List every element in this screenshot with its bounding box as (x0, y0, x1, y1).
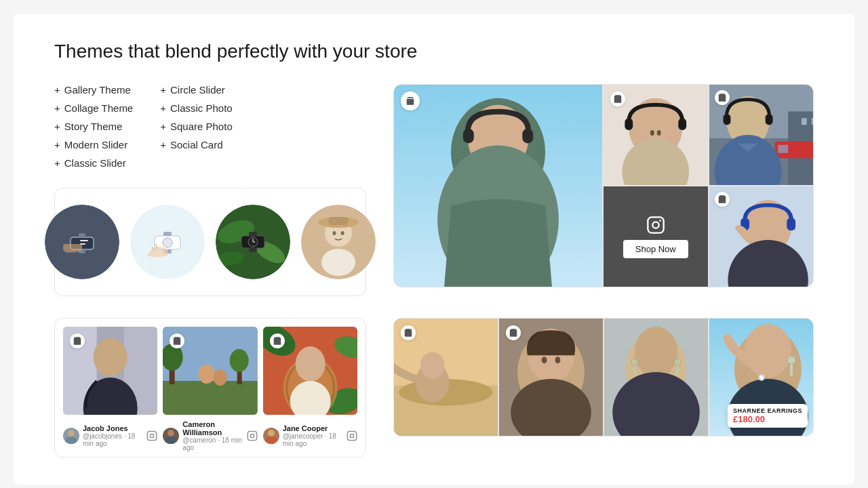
product-badge: SHARNEE EARRINGS £180.00 (728, 404, 808, 428)
ig-icon-2 (247, 430, 258, 441)
avatar-jacob (63, 428, 79, 444)
theme-item-classic-slider: + Classic Slider (54, 157, 133, 169)
circle-img-4 (301, 205, 376, 279)
svg-point-91 (165, 436, 177, 444)
classic-cell-4: SHARNEE EARRINGS £180.00 (709, 319, 813, 436)
svg-rect-33 (463, 129, 474, 144)
svg-point-90 (167, 430, 174, 436)
page-heading: Themes that blend perfectly with your st… (54, 41, 814, 62)
circle-img-3 (216, 205, 290, 279)
dot-indicator (758, 374, 765, 381)
svg-point-123 (787, 356, 795, 364)
cart-icon-s2 (172, 336, 182, 346)
svg-rect-87 (148, 431, 157, 440)
svg-rect-34 (522, 129, 533, 144)
svg-point-86 (65, 436, 77, 444)
theme-item-circle-slider: + Circle Slider (160, 84, 233, 96)
story-item-1 (63, 327, 157, 415)
svg-point-56 (652, 222, 658, 228)
svg-rect-50 (778, 145, 788, 153)
cart-badge-story-3 (270, 333, 285, 348)
circle-preview-card (54, 188, 366, 296)
svg-point-115 (631, 359, 638, 365)
classic-photo-preview: SHARNEE EARRINGS £180.00 (393, 318, 814, 436)
top-section: + Gallery Theme + Collage Theme + Story … (54, 84, 814, 296)
svg-rect-40 (678, 118, 686, 130)
svg-point-41 (650, 130, 654, 136)
svg-rect-97 (347, 431, 356, 440)
themes-list: + Gallery Theme + Collage Theme + Story … (54, 84, 366, 296)
story-footer-3: Jane Cooper @janecooper · 18 min ago (263, 420, 357, 451)
svg-point-117 (674, 359, 681, 365)
svg-point-29 (341, 231, 344, 235)
story-item-2 (163, 327, 257, 415)
cart-badge-classic-2 (506, 325, 521, 340)
svg-point-95 (268, 430, 275, 436)
theme-item-classic-photo: + Classic Photo (160, 102, 233, 114)
svg-rect-4 (80, 240, 88, 241)
cart-icon-s3 (273, 336, 282, 346)
cart-icon-2 (717, 93, 727, 102)
svg-point-105 (420, 352, 445, 379)
svg-rect-118 (676, 365, 679, 375)
classic-cell-1 (394, 319, 498, 436)
svg-point-98 (350, 434, 353, 437)
story-info-1: Jacob Jones @jacobjones · 18 min ago (83, 424, 143, 447)
avatar-cameron (163, 428, 179, 444)
classic-cell-2 (499, 319, 603, 436)
svg-point-114 (635, 327, 677, 378)
svg-point-88 (151, 434, 154, 437)
svg-point-66 (94, 338, 127, 376)
cart-icon-3 (717, 195, 727, 204)
product-name: SHARNEE EARRINGS (733, 407, 802, 414)
svg-rect-55 (648, 217, 663, 232)
gallery-shop-now[interactable]: Shop Now (604, 186, 708, 287)
svg-point-75 (199, 365, 215, 384)
story-handle-2: @cameron · 18 min ago (182, 436, 243, 451)
gallery-cell-3 (709, 186, 814, 287)
svg-rect-47 (801, 118, 806, 125)
svg-point-122 (745, 324, 791, 378)
svg-rect-52 (723, 114, 730, 125)
theme-col-left: + Gallery Theme + Collage Theme + Story … (54, 84, 133, 169)
svg-point-83 (295, 346, 325, 382)
theme-col-right: + Circle Slider + Classic Photo + Square… (160, 84, 233, 169)
svg-rect-92 (248, 431, 256, 440)
story-images-row (63, 327, 357, 415)
svg-point-94 (254, 433, 255, 434)
svg-point-109 (542, 357, 547, 363)
gallery-cell-1 (604, 85, 708, 185)
cart-badge-classic-1 (401, 325, 416, 340)
cart-icon-c1 (403, 328, 413, 338)
shop-now-button[interactable]: Shop Now (623, 240, 688, 258)
cart-badge-story-1 (70, 333, 85, 348)
circle-img-2 (130, 205, 205, 279)
svg-point-74 (230, 349, 249, 372)
story-item-3 (263, 327, 357, 415)
classic-cell-3 (604, 319, 708, 436)
svg-rect-48 (811, 118, 813, 125)
cart-badge-2 (715, 90, 730, 105)
svg-rect-124 (790, 364, 793, 376)
svg-rect-8 (163, 232, 172, 236)
gallery-preview: Shop Now (393, 84, 814, 287)
story-name-2: Cameron Williamson (182, 420, 243, 436)
svg-point-89 (154, 433, 155, 434)
svg-point-42 (657, 130, 661, 136)
story-footers: Jacob Jones @jacobjones · 18 min ago (63, 420, 357, 451)
svg-point-76 (214, 369, 227, 386)
theme-item-collage: + Collage Theme (54, 102, 133, 114)
bottom-section: Jacob Jones @jacobjones · 18 min ago (54, 318, 814, 458)
gallery-cell-2 (709, 85, 814, 185)
cart-icon-1 (613, 94, 623, 104)
svg-point-57 (659, 220, 661, 222)
svg-rect-61 (787, 218, 795, 230)
svg-point-99 (354, 433, 355, 434)
svg-rect-53 (765, 114, 772, 125)
svg-rect-69 (163, 381, 257, 415)
svg-rect-19 (249, 248, 257, 252)
svg-rect-18 (249, 232, 257, 236)
themes-columns: + Gallery Theme + Collage Theme + Story … (54, 84, 366, 169)
cart-badge-1 (610, 92, 625, 106)
svg-point-24 (321, 249, 355, 276)
